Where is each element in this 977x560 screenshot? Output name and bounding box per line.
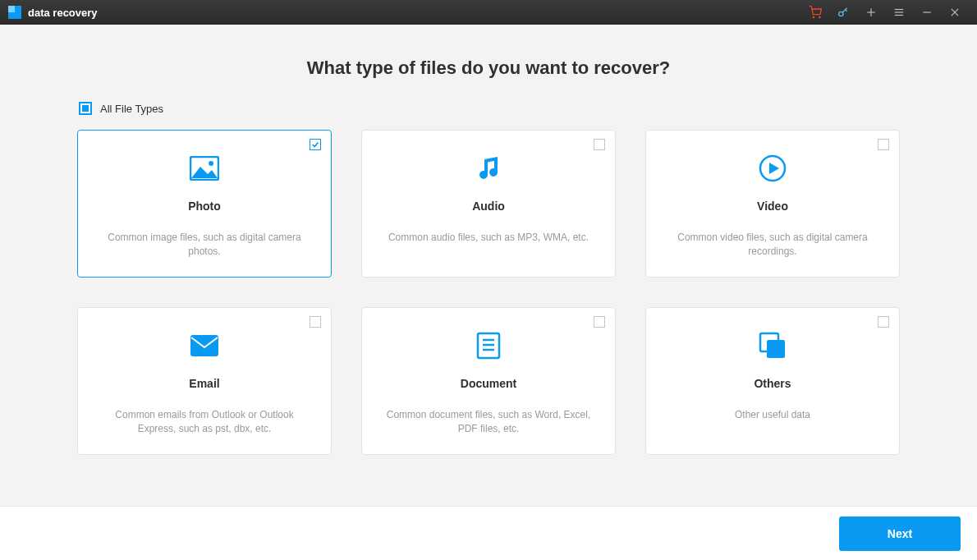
card-email[interactable]: Email Common emails from Outlook or Outl… bbox=[77, 307, 332, 455]
card-desc: Common audio files, such as MP3, WMA, et… bbox=[380, 231, 597, 245]
card-photo[interactable]: Photo Common image files, such as digita… bbox=[77, 130, 332, 278]
app-title: data recovery bbox=[28, 7, 98, 19]
card-title: Photo bbox=[96, 200, 313, 213]
card-checkbox[interactable] bbox=[878, 139, 889, 150]
audio-icon bbox=[380, 147, 597, 190]
card-title: Email bbox=[96, 377, 313, 390]
svg-point-2 bbox=[839, 11, 843, 16]
email-icon bbox=[96, 324, 313, 367]
card-desc: Common emails from Outlook or Outlook Ex… bbox=[96, 408, 313, 437]
close-icon[interactable] bbox=[941, 0, 969, 25]
main-panel: What type of files do you want to recove… bbox=[0, 25, 977, 455]
card-checkbox[interactable] bbox=[310, 316, 321, 328]
all-file-types-label: All File Types bbox=[100, 103, 163, 115]
document-icon bbox=[380, 324, 597, 367]
card-desc: Common document files, such as Word, Exc… bbox=[380, 408, 597, 437]
svg-point-12 bbox=[209, 161, 213, 166]
card-audio[interactable]: Audio Common audio files, such as MP3, W… bbox=[361, 130, 616, 278]
card-checkbox[interactable] bbox=[878, 316, 889, 328]
app-logo-icon bbox=[8, 6, 21, 19]
next-button[interactable]: Next bbox=[839, 516, 961, 551]
video-icon bbox=[664, 147, 881, 190]
card-checkbox[interactable] bbox=[594, 316, 605, 328]
plus-icon[interactable] bbox=[857, 0, 885, 25]
card-checkbox[interactable] bbox=[310, 139, 321, 150]
card-title: Document bbox=[380, 377, 597, 390]
card-desc: Common image files, such as digital came… bbox=[96, 231, 313, 259]
card-video[interactable]: Video Common video files, such as digita… bbox=[645, 130, 900, 278]
card-document[interactable]: Document Common document files, such as … bbox=[361, 307, 616, 455]
svg-rect-20 bbox=[767, 340, 785, 358]
card-checkbox[interactable] bbox=[594, 139, 605, 150]
titlebar: data recovery bbox=[0, 0, 977, 25]
photo-icon bbox=[96, 147, 313, 190]
card-title: Video bbox=[664, 200, 881, 213]
minimize-icon[interactable] bbox=[913, 0, 941, 25]
cart-icon[interactable] bbox=[801, 0, 829, 25]
all-file-types-checkbox[interactable]: All File Types bbox=[77, 102, 900, 115]
card-desc: Other useful data bbox=[664, 408, 881, 422]
others-icon bbox=[664, 324, 881, 367]
card-others[interactable]: Others Other useful data bbox=[645, 307, 900, 455]
footer-bar: Next bbox=[0, 506, 977, 560]
svg-point-1 bbox=[819, 16, 820, 17]
card-desc: Common video files, such as digital came… bbox=[664, 231, 881, 259]
svg-point-0 bbox=[813, 16, 814, 17]
checkbox-indeterminate-icon bbox=[79, 102, 92, 115]
menu-icon[interactable] bbox=[885, 0, 913, 25]
key-icon[interactable] bbox=[829, 0, 857, 25]
svg-rect-14 bbox=[190, 335, 218, 356]
file-type-grid: Photo Common image files, such as digita… bbox=[77, 130, 900, 455]
card-title: Audio bbox=[380, 200, 597, 213]
card-title: Others bbox=[664, 377, 881, 390]
page-title: What type of files do you want to recove… bbox=[0, 57, 977, 79]
